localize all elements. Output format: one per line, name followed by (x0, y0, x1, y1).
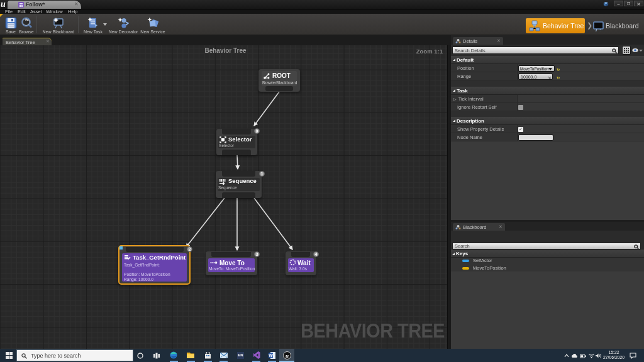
svg-text:u: u (286, 353, 289, 359)
svg-text:W: W (269, 353, 273, 358)
